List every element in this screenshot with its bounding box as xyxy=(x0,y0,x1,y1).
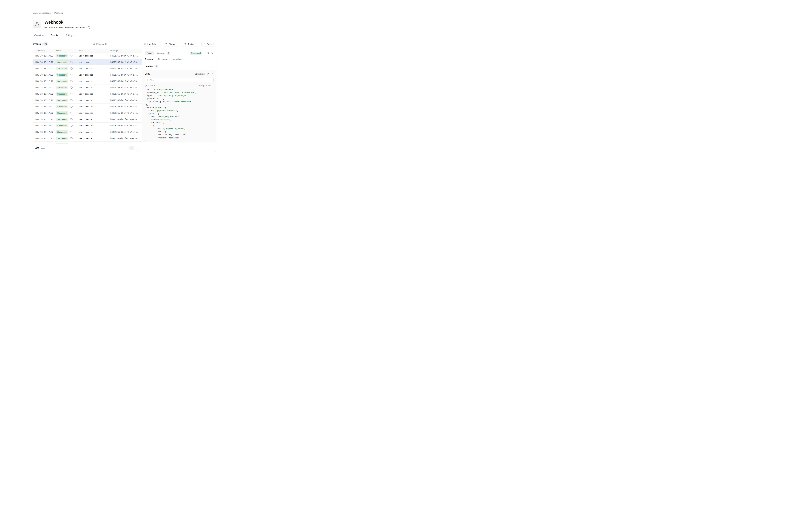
row-topic: user.created xyxy=(79,55,110,57)
row-message-id: b4925365-b8cf-42b7-a76… xyxy=(110,99,142,101)
breadcrumb-event-destinations[interactable]: Event Destinations xyxy=(33,12,51,14)
table-row[interactable]: NOV 18 10:17:22 Successful user.created … xyxy=(33,97,142,103)
arrow-up-icon: ↑ xyxy=(212,84,213,87)
tab-request[interactable]: Request xyxy=(145,58,154,62)
previous-page-button[interactable] xyxy=(129,146,134,150)
retry-row-icon[interactable] xyxy=(70,131,73,133)
row-timestamp: NOV 18 10:17:22 xyxy=(33,80,56,82)
filter-lines-icon xyxy=(184,43,186,45)
row-status-badge: Successful xyxy=(56,54,68,57)
row-topic: user.created xyxy=(79,93,110,95)
body-filter-input[interactable] xyxy=(150,79,212,81)
retry-event-icon[interactable] xyxy=(206,52,209,54)
retry-row-icon[interactable] xyxy=(70,74,73,76)
retry-row-icon[interactable] xyxy=(70,80,73,82)
table-row[interactable]: NOV 18 10:17:22 Successful user.created … xyxy=(33,91,142,97)
row-message-id: b4925365-b8cf-42b7-a76… xyxy=(110,118,142,120)
retry-row-icon[interactable] xyxy=(70,118,73,120)
table-row[interactable]: NOV 18 10:17:22 Successful user.created … xyxy=(33,84,142,91)
json-line: { xyxy=(145,124,213,127)
row-status-badge: Successful xyxy=(56,143,68,144)
table-row[interactable]: NOV 18 10:17:22 Successful user.created … xyxy=(33,122,142,129)
structured-view-toggle[interactable]: Structured xyxy=(191,73,205,75)
panel-tab-attempts[interactable]: Attempts 3 xyxy=(157,52,170,55)
filter-by-id-input[interactable] xyxy=(96,43,136,45)
retry-row-icon[interactable] xyxy=(70,87,73,89)
close-panel-icon[interactable] xyxy=(211,52,213,54)
row-timestamp: NOV 18 10:17:22 xyxy=(33,93,56,95)
headers-count-badge: 3 xyxy=(155,64,158,68)
table-row[interactable]: NOV 18 10:17:22 Successful user.created … xyxy=(33,141,142,144)
tab-overview[interactable]: Overview xyxy=(33,33,45,38)
copy-body-icon[interactable] xyxy=(207,73,209,75)
event-detail-panel: Event Attempts 3 Successful Re xyxy=(142,49,216,152)
retry-row-icon[interactable] xyxy=(70,125,73,127)
retry-row-icon[interactable] xyxy=(70,99,73,101)
retry-row-icon[interactable] xyxy=(70,106,73,108)
copy-url-icon[interactable] xyxy=(88,26,90,28)
table-row[interactable]: NOV 18 10:17:22 Successful user.created … xyxy=(33,129,142,135)
json-line: "item": { xyxy=(145,130,213,133)
row-topic: user.created xyxy=(79,112,110,114)
table-row[interactable]: NOV 18 10:17:22 Successful user.created … xyxy=(33,59,142,65)
row-topic: user.created xyxy=(79,80,110,82)
braces-icon xyxy=(191,73,193,75)
row-status-badge: Successful xyxy=(56,130,68,134)
tab-metadata[interactable]: Metadata xyxy=(172,58,182,62)
tab-response[interactable]: Response xyxy=(158,58,168,62)
json-line: } xyxy=(145,139,213,142)
chevron-down-icon xyxy=(195,43,197,45)
refresh-button[interactable]: Refresh xyxy=(201,42,216,46)
row-timestamp: NOV 18 10:17:22 xyxy=(33,112,56,114)
status-filter-button[interactable]: Status xyxy=(163,42,180,46)
row-timestamp: NOV 18 10:17:22 xyxy=(33,131,56,133)
json-line: "name": "Growth", xyxy=(145,118,213,121)
row-status-badge: Successful xyxy=(56,111,68,115)
row-timestamp: NOV 18 10:17:22 xyxy=(33,137,56,139)
retry-row-icon[interactable] xyxy=(70,61,73,63)
event-status-badge: Successful xyxy=(190,52,202,55)
total-events-count: 472events xyxy=(35,147,46,149)
row-message-id: b4925365-b8cf-42b7-a76… xyxy=(110,80,142,82)
headers-section-toggle[interactable]: Headers 3 xyxy=(142,62,216,70)
table-row[interactable]: NOV 18 10:17:22 Successful user.created … xyxy=(33,116,142,122)
row-message-id: b4925365-b8cf-42b7-a76… xyxy=(110,112,142,114)
table-header: Timestamp Status Topic Message ID xyxy=(33,49,142,53)
refresh-icon xyxy=(204,43,206,45)
json-root-toggle[interactable]: {1 item ↑ xyxy=(145,84,155,87)
json-meta-row: {1 item ↑ Collapse all ↑ xyxy=(145,84,213,87)
table-row[interactable]: NOV 18 10:17:22 Successful user.created … xyxy=(33,78,142,84)
table-row[interactable]: NOV 18 10:17:22 Successful user.created … xyxy=(33,72,142,78)
retry-row-icon[interactable] xyxy=(70,93,73,95)
events-heading: Events xyxy=(33,42,41,45)
table-row[interactable]: NOV 18 10:17:22 Successful user.created … xyxy=(33,53,142,59)
column-message-id: Message ID xyxy=(110,50,142,52)
row-topic: user.created xyxy=(79,118,110,120)
detail-tabs: Request Response Metadata xyxy=(142,58,216,62)
collapse-body-chevron-up-icon[interactable] xyxy=(211,73,213,75)
tab-events[interactable]: Events xyxy=(49,33,60,38)
topics-filter-button[interactable]: Topics xyxy=(182,42,199,46)
row-timestamp: NOV 18 10:17:22 xyxy=(33,118,56,120)
row-timestamp: NOV 18 10:17:22 xyxy=(33,106,56,108)
collapse-all-button[interactable]: Collapse all ↑ xyxy=(197,84,213,87)
retry-row-icon[interactable] xyxy=(70,67,73,70)
column-timestamp: Timestamp xyxy=(33,50,56,52)
retry-row-icon[interactable] xyxy=(70,137,73,139)
retry-row-icon[interactable] xyxy=(70,112,73,114)
chevron-down-icon[interactable] xyxy=(211,65,213,67)
table-row[interactable]: NOV 18 10:17:22 Successful user.created … xyxy=(33,65,142,72)
next-page-button[interactable] xyxy=(135,146,139,150)
table-row[interactable]: NOV 18 10:17:22 Successful user.created … xyxy=(33,135,142,141)
row-status-badge: Successful xyxy=(56,79,68,83)
json-body-viewer: "id": "P2NoRtyZoTc46X3B", "created_at": … xyxy=(145,88,213,142)
retry-row-icon[interactable] xyxy=(70,55,73,57)
table-row[interactable]: NOV 18 10:17:22 Successful user.created … xyxy=(33,110,142,116)
table-row[interactable]: NOV 18 10:17:22 Successful user.created … xyxy=(33,103,142,110)
time-filter-button[interactable]: Last 24h xyxy=(142,42,161,46)
row-status-badge: Successful xyxy=(56,99,68,102)
chevron-down-icon xyxy=(157,43,159,45)
tab-settings[interactable]: Settings xyxy=(64,33,75,38)
body-section: Body Structured xyxy=(142,70,216,142)
panel-tab-event[interactable]: Event xyxy=(145,51,154,55)
